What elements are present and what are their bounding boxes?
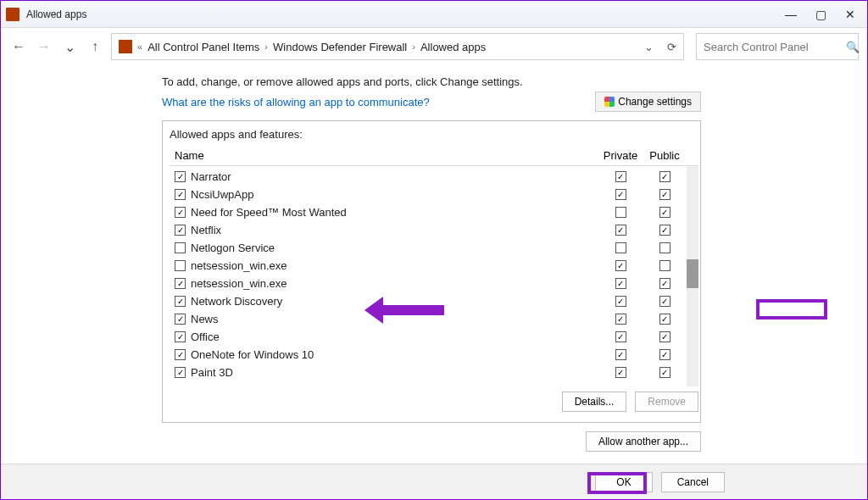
public-checkbox[interactable] (659, 171, 670, 182)
column-public[interactable]: Public (643, 149, 687, 162)
private-checkbox[interactable] (615, 225, 626, 236)
minimize-button[interactable]: — (785, 8, 797, 21)
app-enabled-checkbox[interactable] (175, 278, 186, 289)
table-row[interactable]: Netlogon Service (175, 239, 698, 257)
allowed-apps-panel: Allowed apps and features: Name Private … (162, 120, 701, 423)
public-checkbox[interactable] (659, 331, 670, 342)
details-button[interactable]: Details... (562, 392, 627, 412)
content: To add, change, or remove allowed apps a… (1, 75, 867, 452)
breadcrumb[interactable]: Allowed apps (420, 41, 486, 53)
address-chevron-icon[interactable]: ⌄ (644, 41, 654, 53)
table-row[interactable]: Paint 3D (175, 364, 698, 381)
private-checkbox[interactable] (615, 171, 626, 182)
private-checkbox[interactable] (615, 242, 626, 253)
app-enabled-checkbox[interactable] (175, 296, 186, 307)
table-row[interactable]: netsession_win.exe (175, 275, 698, 292)
app-name: Netlogon Service (191, 242, 598, 254)
panel-title: Allowed apps and features: (170, 128, 698, 141)
table-row[interactable]: Narrator (175, 168, 698, 186)
nav-row: ← → ⌄ ↑ « All Control Panel Items › Wind… (1, 28, 867, 65)
public-checkbox[interactable] (659, 349, 670, 360)
public-checkbox[interactable] (659, 296, 670, 307)
app-name: Need for Speed™ Most Wanted (191, 206, 598, 219)
public-checkbox[interactable] (659, 225, 670, 236)
forward-button[interactable]: → (35, 37, 53, 56)
public-checkbox[interactable] (659, 189, 670, 200)
table-row[interactable]: Office (175, 328, 698, 346)
table-row[interactable]: netsession_win.exe (175, 257, 698, 275)
cancel-button[interactable]: Cancel (661, 472, 725, 492)
change-settings-label: Change settings (618, 96, 692, 108)
risks-link[interactable]: What are the risks of allowing an app to… (162, 96, 430, 108)
table-row[interactable]: OneNote for Windows 10 (175, 346, 698, 364)
up-button[interactable]: ↑ (86, 37, 104, 56)
app-name: netsession_win.exe (191, 259, 598, 272)
scroll-thumb[interactable] (687, 259, 698, 288)
app-enabled-checkbox[interactable] (175, 314, 186, 325)
chevron-icon: › (412, 42, 415, 52)
private-checkbox[interactable] (615, 296, 626, 307)
table-header: Name Private Public (170, 146, 698, 166)
shield-icon (604, 97, 615, 107)
breadcrumb[interactable]: Windows Defender Firewall (273, 41, 407, 53)
table-row[interactable]: NcsiUwpApp (175, 186, 698, 203)
private-checkbox[interactable] (615, 314, 626, 325)
private-checkbox[interactable] (615, 349, 626, 360)
public-checkbox[interactable] (659, 260, 670, 271)
search-icon[interactable]: 🔍 (846, 41, 860, 53)
refresh-button[interactable]: ⟳ (667, 41, 676, 53)
public-checkbox[interactable] (659, 242, 670, 253)
scrollbar[interactable] (687, 166, 698, 386)
search-input[interactable] (704, 41, 846, 53)
public-checkbox[interactable] (659, 207, 670, 218)
bottom-bar: OK Cancel (1, 464, 867, 499)
allow-another-app-button[interactable]: Allow another app... (586, 431, 701, 452)
search-box[interactable]: 🔍 (696, 33, 859, 60)
chevron-icon: « (137, 42, 142, 52)
app-enabled-checkbox[interactable] (175, 367, 186, 378)
close-button[interactable]: ✕ (845, 8, 855, 21)
app-enabled-checkbox[interactable] (175, 349, 186, 360)
app-name: Paint 3D (191, 366, 598, 379)
column-name[interactable]: Name (175, 149, 598, 162)
chevron-icon: › (264, 42, 268, 52)
app-name: Netflix (191, 224, 598, 236)
app-enabled-checkbox[interactable] (175, 207, 186, 218)
address-bar[interactable]: « All Control Panel Items › Windows Defe… (111, 33, 684, 60)
private-checkbox[interactable] (615, 367, 626, 378)
maximize-button[interactable]: ▢ (815, 8, 826, 21)
app-enabled-checkbox[interactable] (175, 260, 186, 271)
private-checkbox[interactable] (615, 260, 626, 271)
table-row[interactable]: Netflix (175, 221, 698, 239)
table-row[interactable]: Need for Speed™ Most Wanted (175, 203, 698, 221)
recent-chevron-icon[interactable]: ⌄ (60, 37, 79, 56)
window-controls: — ▢ ✕ (785, 8, 862, 21)
app-name: netsession_win.exe (191, 277, 598, 290)
breadcrumb[interactable]: All Control Panel Items (147, 41, 259, 53)
app-enabled-checkbox[interactable] (175, 331, 186, 342)
back-button[interactable]: ← (9, 37, 28, 56)
annotation-arrow (370, 305, 444, 315)
firewall-icon (119, 40, 132, 53)
public-checkbox[interactable] (659, 367, 670, 378)
column-private[interactable]: Private (598, 149, 643, 162)
app-name: NcsiUwpApp (191, 188, 598, 201)
private-checkbox[interactable] (615, 331, 626, 342)
app-name: Narrator (191, 170, 598, 183)
private-checkbox[interactable] (615, 189, 626, 200)
intro-text: To add, change, or remove allowed apps a… (162, 75, 867, 88)
remove-button[interactable]: Remove (635, 392, 698, 412)
private-checkbox[interactable] (615, 207, 626, 218)
apps-list[interactable]: NarratorNcsiUwpAppNeed for Speed™ Most W… (170, 166, 698, 386)
app-enabled-checkbox[interactable] (175, 189, 186, 200)
app-enabled-checkbox[interactable] (175, 225, 186, 236)
public-checkbox[interactable] (659, 278, 670, 289)
app-enabled-checkbox[interactable] (175, 171, 186, 182)
change-settings-button[interactable]: Change settings (595, 92, 701, 112)
ok-button[interactable]: OK (595, 472, 652, 492)
app-enabled-checkbox[interactable] (175, 242, 186, 253)
public-checkbox[interactable] (659, 314, 670, 325)
private-checkbox[interactable] (615, 278, 626, 289)
app-name: Office (191, 331, 598, 343)
titlebar: Allowed apps — ▢ ✕ (1, 1, 867, 28)
